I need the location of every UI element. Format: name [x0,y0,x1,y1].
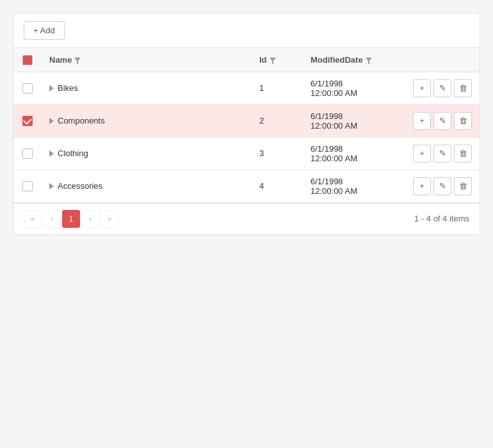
row-add-button[interactable]: + [413,145,431,163]
row-checkbox[interactable] [22,148,33,159]
page-controls: « ‹ 1 › » [24,210,118,228]
row-date: 6/1/1998 12:00:00 AM [303,72,405,104]
first-page-button[interactable]: « [24,210,42,228]
svg-marker-1 [270,58,276,64]
row-id: 1 [252,72,303,104]
expand-icon[interactable] [49,85,54,92]
row-checkbox[interactable] [22,181,33,191]
table-body: Bikes16/1/1998 12:00:00 AM+✎🗑Components2… [13,72,480,202]
row-actions-cell: +✎🗑 [405,72,480,104]
row-edit-button[interactable]: ✎ [433,112,451,130]
row-actions-cell: +✎🗑 [405,170,480,202]
row-name-cell: Components [42,104,252,137]
row-actions-cell: +✎🗑 [405,137,480,170]
table-header-row: Name Id Modifi [13,48,480,72]
row-name: Bikes [58,83,78,93]
id-col-label: Id [259,55,267,65]
row-add-button[interactable]: + [413,177,431,195]
expand-icon[interactable] [49,118,54,124]
row-date: 6/1/1998 12:00:00 AM [303,104,405,137]
row-checkbox-cell [13,72,42,104]
row-checkbox[interactable] [22,83,33,93]
page-1-button[interactable]: 1 [62,210,80,228]
data-table: Name Id Modifi [13,48,480,203]
row-name-cell: Bikes [42,72,252,104]
expand-icon[interactable] [49,183,54,189]
row-name: Accessories [58,181,102,191]
svg-marker-0 [74,58,81,64]
table-row: Clothing36/1/1998 12:00:00 AM+✎🗑 [13,137,480,170]
row-checkbox-cell [13,170,42,202]
row-edit-button[interactable]: ✎ [433,145,451,163]
row-add-button[interactable]: + [413,112,431,130]
row-id: 4 [252,170,303,202]
row-edit-button[interactable]: ✎ [433,79,451,97]
row-name-cell: Accessories [42,170,252,202]
date-filter-icon[interactable] [366,56,372,63]
header-id: Id [252,48,303,72]
id-filter-icon[interactable] [270,56,276,63]
prev-page-button[interactable]: ‹ [43,210,61,228]
next-page-button[interactable]: › [81,210,99,228]
row-checkbox[interactable] [22,116,33,126]
header-actions [405,48,480,72]
name-filter-icon[interactable] [74,56,81,63]
date-col-label: ModifiedDate [311,55,363,65]
row-edit-button[interactable]: ✎ [433,177,451,195]
row-delete-button[interactable]: 🗑 [454,112,472,130]
table-row: Components26/1/1998 12:00:00 AM+✎🗑 [13,104,480,137]
row-name-cell: Clothing [42,137,252,170]
table-row: Bikes16/1/1998 12:00:00 AM+✎🗑 [13,72,480,104]
toolbar: + Add [13,13,480,48]
expand-icon[interactable] [49,150,54,157]
main-container: + Add Name Id [13,13,480,235]
svg-marker-2 [366,58,372,64]
row-actions-cell: +✎🗑 [405,104,480,137]
header-name: Name [42,48,252,72]
page-summary: 1 - 4 of 4 items [414,214,469,223]
table-row: Accessories46/1/1998 12:00:00 AM+✎🗑 [13,170,480,202]
row-checkbox-cell [13,104,42,137]
row-id: 3 [252,137,303,170]
row-date: 6/1/1998 12:00:00 AM [303,170,405,202]
row-date: 6/1/1998 12:00:00 AM [303,137,405,170]
header-checkbox-col [13,48,42,72]
row-add-button[interactable]: + [413,79,431,97]
row-delete-button[interactable]: 🗑 [454,145,472,163]
row-checkbox-cell [13,137,42,170]
row-delete-button[interactable]: 🗑 [454,79,472,97]
row-delete-button[interactable]: 🗑 [454,177,472,195]
pagination-bar: « ‹ 1 › » 1 - 4 of 4 items [13,203,480,234]
header-date: ModifiedDate [303,48,405,72]
header-checkbox[interactable] [22,55,33,65]
row-id: 2 [252,104,303,137]
add-button[interactable]: + Add [24,21,65,40]
name-col-label: Name [49,55,72,65]
row-name: Clothing [58,148,88,158]
row-name: Components [58,116,105,125]
last-page-button[interactable]: » [101,210,118,228]
